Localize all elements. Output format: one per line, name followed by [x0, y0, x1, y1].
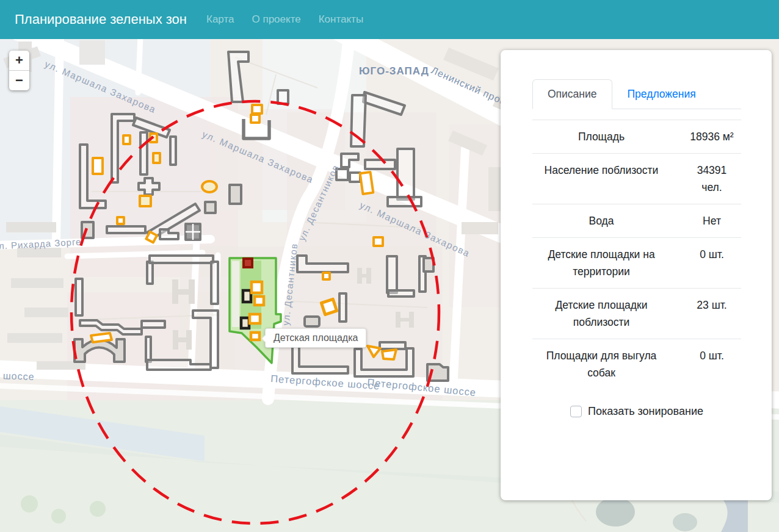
marker-dark — [241, 318, 249, 328]
row-label: Население поблизости — [532, 162, 670, 179]
row-value: 0 шт. — [689, 246, 735, 263]
info-panel: Описание Предложения Площадь 18936 м² На… — [501, 50, 772, 500]
row-value: 23 шт. — [689, 297, 735, 314]
park-path — [232, 261, 239, 327]
zoning-toggle-row: Показать зонирование — [532, 405, 741, 418]
table-row: Детские площадки на территории 0 шт. — [532, 237, 741, 288]
nav-link-contacts[interactable]: Контакты — [319, 13, 363, 26]
row-label: Вода — [532, 212, 670, 229]
row-value: 0 шт. — [689, 347, 735, 364]
zoom-out-button[interactable]: − — [9, 70, 29, 90]
table-row: Площадки для выгула собак 0 шт. — [532, 339, 741, 389]
tab-proposals[interactable]: Предложения — [612, 79, 711, 109]
zoning-checkbox[interactable] — [570, 406, 582, 417]
row-label: Детские площадки поблизости — [532, 297, 670, 331]
row-value: Нет — [689, 212, 735, 229]
nav-link-map[interactable]: Карта — [206, 13, 234, 26]
row-label: Площадки для выгула собак — [532, 347, 670, 381]
nav-link-about[interactable]: О проекте — [252, 13, 300, 26]
navbar: Планирование зеленых зон Карта О проекте… — [0, 0, 779, 39]
app-title: Планирование зеленых зон — [15, 12, 187, 27]
map-tooltip: Детская площадка — [265, 328, 366, 348]
app-window: Планирование зеленых зон Карта О проекте… — [0, 0, 779, 532]
map-container: ул. Маршала Захарова ул. Маршала Захаров… — [0, 39, 779, 532]
table-row: Детские площадки поблизости 23 шт. — [532, 288, 741, 339]
row-label: Площадь — [532, 128, 670, 145]
table-row: Площадь 18936 м² — [532, 120, 741, 153]
row-value: 18936 м² — [689, 128, 735, 145]
row-value: 34391 чел. — [689, 162, 735, 196]
row-label: Детские площадки на территории — [532, 246, 670, 280]
map-zoom-control: + − — [9, 51, 29, 90]
panel-tabs: Описание Предложения — [532, 79, 741, 109]
zoom-in-button[interactable]: + — [9, 51, 29, 70]
tab-description[interactable]: Описание — [532, 79, 612, 109]
zoning-checkbox-label: Показать зонирование — [588, 405, 703, 418]
table-row: Вода Нет — [532, 204, 741, 237]
district-label: ЮГО-ЗАПАД — [359, 65, 429, 77]
table-row: Население поблизости 34391 чел. — [532, 153, 741, 204]
attributes-table: Площадь 18936 м² Население поблизости 34… — [532, 120, 741, 389]
marker-red — [244, 259, 252, 267]
marker-dark — [243, 290, 251, 302]
